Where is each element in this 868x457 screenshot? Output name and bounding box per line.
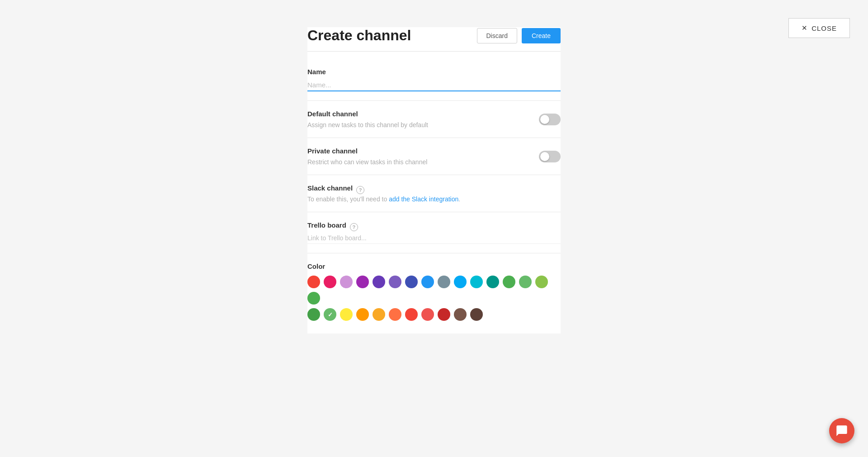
create-channel-form: Create channel Discard Create Name Defau… <box>307 27 561 333</box>
private-channel-track <box>539 151 561 162</box>
chat-icon <box>835 424 848 437</box>
default-channel-description: Assign new tasks to this channel by defa… <box>307 121 428 129</box>
color-dot[interactable] <box>307 308 320 321</box>
color-dot[interactable] <box>389 276 401 288</box>
private-channel-left: Private channel Restrict who can view ta… <box>307 147 427 166</box>
default-channel-label: Default channel <box>307 110 428 118</box>
trello-board-section: Trello board ? <box>307 212 561 253</box>
color-dot[interactable] <box>470 308 483 321</box>
close-button[interactable]: ✕ CLOSE <box>788 18 850 38</box>
close-x-icon: ✕ <box>802 24 808 32</box>
color-section: Color <box>307 253 561 333</box>
color-dot[interactable] <box>340 308 353 321</box>
name-section: Name <box>307 59 561 101</box>
slack-label-row: Slack channel ? <box>307 184 561 195</box>
page-container: ✕ CLOSE Create channel Discard Create Na… <box>0 0 868 457</box>
color-dot[interactable] <box>535 276 548 288</box>
slack-channel-section: Slack channel ? To enable this, you'll n… <box>307 175 561 212</box>
slack-description-suffix: . <box>458 195 460 203</box>
default-channel-left: Default channel Assign new tasks to this… <box>307 110 428 129</box>
color-dot[interactable] <box>519 276 532 288</box>
trello-board-label: Trello board <box>307 221 346 229</box>
chat-support-button[interactable] <box>829 418 854 443</box>
color-dot[interactable] <box>373 276 385 288</box>
color-row-1 <box>307 276 561 305</box>
private-channel-section: Private channel Restrict who can view ta… <box>307 138 561 175</box>
color-dot[interactable] <box>454 276 467 288</box>
name-input[interactable] <box>307 79 561 91</box>
color-dot[interactable] <box>503 276 515 288</box>
discard-button[interactable]: Discard <box>477 28 517 43</box>
color-dot[interactable] <box>438 308 450 321</box>
default-channel-thumb <box>540 115 549 124</box>
color-dot[interactable] <box>307 276 320 288</box>
color-dot[interactable] <box>324 276 336 288</box>
color-label: Color <box>307 262 561 270</box>
trello-help-icon[interactable]: ? <box>350 223 358 231</box>
slack-channel-label: Slack channel <box>307 184 353 192</box>
slack-integration-link[interactable]: add the Slack integration <box>389 195 458 203</box>
close-label: CLOSE <box>811 24 837 32</box>
slack-help-icon[interactable]: ? <box>356 186 364 194</box>
default-channel-section: Default channel Assign new tasks to this… <box>307 101 561 138</box>
default-channel-toggle[interactable] <box>539 114 561 125</box>
private-channel-row: Private channel Restrict who can view ta… <box>307 147 561 166</box>
color-dot[interactable] <box>405 308 418 321</box>
private-channel-description: Restrict who can view tasks in this chan… <box>307 158 427 166</box>
form-title: Create channel <box>307 27 411 44</box>
color-dot[interactable] <box>405 276 418 288</box>
color-dot[interactable] <box>307 292 320 305</box>
private-channel-thumb <box>540 152 549 161</box>
default-channel-row: Default channel Assign new tasks to this… <box>307 110 561 129</box>
color-dot[interactable] <box>438 276 450 288</box>
color-dot[interactable] <box>356 276 369 288</box>
color-dot[interactable] <box>389 308 401 321</box>
name-label: Name <box>307 68 561 76</box>
color-dot[interactable] <box>454 308 467 321</box>
color-dot[interactable] <box>486 276 499 288</box>
color-row-2 <box>307 308 561 321</box>
color-dot[interactable] <box>324 308 336 321</box>
slack-description-prefix: To enable this, you'll need to <box>307 195 389 203</box>
color-dot[interactable] <box>356 308 369 321</box>
color-dot[interactable] <box>421 308 434 321</box>
form-header: Create channel Discard Create <box>307 27 561 52</box>
color-dot[interactable] <box>421 276 434 288</box>
trello-label-row: Trello board ? <box>307 221 561 233</box>
private-channel-label: Private channel <box>307 147 427 155</box>
color-dot[interactable] <box>340 276 353 288</box>
slack-description: To enable this, you'll need to add the S… <box>307 195 561 203</box>
trello-input[interactable] <box>307 233 561 244</box>
default-channel-track <box>539 114 561 125</box>
color-dot[interactable] <box>373 308 385 321</box>
create-button[interactable]: Create <box>522 28 561 43</box>
private-channel-toggle[interactable] <box>539 151 561 162</box>
color-dot[interactable] <box>470 276 483 288</box>
header-actions: Discard Create <box>477 28 561 43</box>
